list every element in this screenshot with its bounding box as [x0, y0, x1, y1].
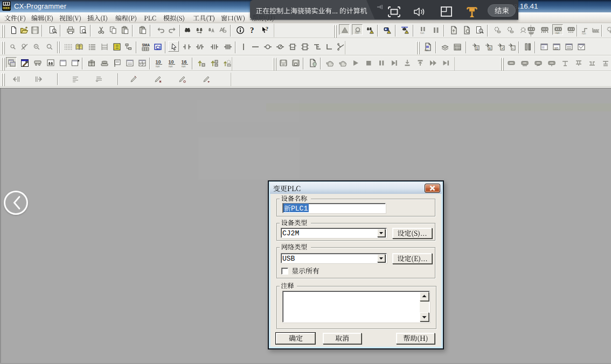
- svg-text:?: ?: [250, 26, 254, 34]
- svg-text:CI: CI: [156, 45, 161, 50]
- svg-text:run: run: [556, 31, 559, 34]
- svg-text:10: 10: [156, 59, 161, 65]
- svg-text:SMA: SMA: [142, 43, 150, 47]
- svg-text:10: 10: [169, 59, 174, 65]
- svg-text:?: ?: [266, 26, 268, 32]
- svg-text:run: run: [169, 65, 172, 67]
- svg-text:run: run: [582, 32, 586, 35]
- svg-text:✓: ✓: [502, 46, 504, 50]
- svg-text:run: run: [156, 65, 159, 67]
- svg-text:run: run: [425, 48, 428, 52]
- svg-text:16: 16: [182, 59, 187, 65]
- svg-text:run: run: [182, 65, 185, 67]
- svg-text:run: run: [420, 31, 424, 34]
- svg-text:ab: ab: [554, 46, 559, 50]
- svg-text:run: run: [355, 31, 359, 34]
- svg-text:▫: ▫: [512, 46, 513, 50]
- svg-text:1: 1: [476, 46, 478, 50]
